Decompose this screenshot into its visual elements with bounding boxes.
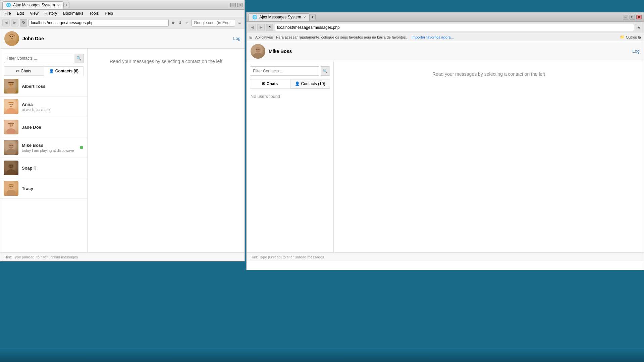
svg-point-26	[6, 169, 16, 175]
logout-link-left[interactable]: Log	[233, 36, 240, 41]
menu-bar-left: File Edit View History Bookmarks Tools H…	[0, 10, 245, 17]
svg-point-8	[10, 83, 11, 85]
tabs-right: ✉ Chats 👤 Contacts (10)	[250, 79, 330, 89]
message-prompt-left: Read your messages by selecting a contac…	[110, 59, 222, 64]
hint-text-left: Hint: Type [unread] to filter unread mes…	[4, 255, 78, 259]
menu-view[interactable]: View	[27, 10, 41, 16]
avatar-anna	[4, 99, 18, 114]
tab-label-left: Ajax Messages System	[13, 3, 55, 7]
tab-close-left[interactable]: ✕	[57, 3, 60, 7]
svg-point-34	[12, 186, 13, 187]
tab-contacts-right[interactable]: 👤 Contacts (10)	[290, 79, 330, 88]
menu-file[interactable]: File	[2, 10, 13, 16]
svg-point-23	[10, 145, 11, 146]
address-bar-left[interactable]	[29, 19, 169, 26]
avatar-albert	[4, 79, 18, 94]
filter-input-right[interactable]	[250, 66, 319, 76]
logout-link-right[interactable]: Log	[632, 49, 640, 54]
back-button-left[interactable]: ◀	[2, 19, 10, 26]
bookmarks-bar-right: ⊞ Aplicativos Para acessar rapidamente, …	[247, 33, 644, 41]
forward-button-left[interactable]: ▶	[11, 19, 18, 26]
svg-point-29	[12, 165, 13, 167]
svg-point-16	[6, 128, 16, 134]
svg-point-39	[259, 49, 260, 50]
user-header-right: Mike Boss Log	[247, 41, 644, 61]
filter-row-left: 🔍	[0, 54, 87, 63]
forward-button-right[interactable]: ▶	[257, 24, 265, 31]
no-users-text: No users found	[251, 94, 280, 99]
menu-tools[interactable]: Tools	[87, 10, 101, 16]
new-tab-button-left[interactable]: +	[63, 2, 69, 8]
svg-point-1	[7, 40, 16, 46]
minimize-button-right[interactable]: ─	[623, 15, 628, 19]
tab-favicon-right: 🌐	[252, 15, 257, 19]
browser-window-right: 🌐 Ajax Messages System ✕ + ─ ⊡ ✕ ◀ ▶ ↻ ★…	[246, 12, 644, 270]
browser-window-left: 🌐 Ajax Messages System ✕ + ─ □ File Edit…	[0, 0, 245, 261]
contact-item-soap[interactable]: Soap T	[0, 158, 87, 178]
tab-chats-left[interactable]: ✉ Chats	[4, 66, 44, 76]
svg-point-3	[10, 36, 11, 37]
window-controls-right: ─ ⊡ ✕	[623, 15, 642, 19]
username-john: John Doe	[22, 36, 44, 41]
menu-bookmarks[interactable]: Bookmarks	[60, 10, 86, 16]
titlebar-left: 🌐 Ajax Messages System ✕ + ─ □	[0, 0, 245, 10]
tab-contacts-left[interactable]: 👤 Contacts (6)	[44, 66, 84, 76]
menu-icon-left[interactable]: ≡	[236, 20, 243, 26]
filter-input-left[interactable]	[4, 54, 73, 63]
bookmarks-apps-icon: ⊞	[249, 35, 253, 40]
contact-item-mike[interactable]: Mike Boss today I am playing at discowav…	[0, 137, 87, 158]
svg-point-36	[253, 53, 263, 59]
app-content-right: Mike Boss Log 🔍 ✉ Chats 👤 Contacts (10)	[247, 41, 644, 261]
address-bar-right[interactable]	[275, 24, 634, 31]
svg-point-28	[10, 165, 11, 167]
contact-item-jane[interactable]: Jane Doe	[0, 117, 87, 137]
close-button-right[interactable]: ✕	[636, 15, 642, 19]
contact-item-anna[interactable]: Anna at work, can't talk	[0, 97, 87, 117]
window-controls-left: ─ □	[230, 3, 243, 7]
search-bar-left[interactable]	[192, 19, 235, 26]
tab-favicon-left: 🌐	[6, 3, 11, 7]
contact-status-mike: today I am playing at discowave	[22, 148, 84, 153]
app-content-left: John Doe Log 🔍 ✉ Chats 👤 Contacts (6)	[0, 28, 245, 261]
contact-item-tracy[interactable]: Tracy	[0, 178, 87, 199]
filter-search-button-right[interactable]: 🔍	[321, 66, 330, 76]
folder-icon: 📁	[620, 35, 625, 39]
bookmarks-text: Aplicativos Para acessar rapidamente, co…	[255, 35, 409, 39]
contact-status-anna: at work, can't talk	[22, 108, 84, 112]
contact-name-mike: Mike Boss	[22, 143, 84, 148]
menu-edit[interactable]: Edit	[14, 10, 26, 16]
filter-row-right: 🔍	[247, 66, 333, 76]
contact-item-albert[interactable]: Albert Toss	[0, 76, 87, 97]
home-icon[interactable]: ⌂	[184, 20, 190, 26]
star-icon-right[interactable]: ★	[636, 24, 642, 31]
download-icon[interactable]: ⬇	[177, 20, 183, 26]
svg-point-4	[12, 36, 13, 37]
svg-point-19	[12, 124, 13, 126]
nav-bar-right: ◀ ▶ ↻ ★	[247, 22, 644, 33]
extra-nav-icons-left: ≡	[236, 20, 243, 26]
contact-info-jane: Jane Doe	[22, 125, 84, 130]
filter-search-button-left[interactable]: 🔍	[74, 54, 84, 63]
menu-history[interactable]: History	[42, 10, 60, 16]
restore-button-right[interactable]: ⊡	[630, 15, 635, 19]
browser-tab-left[interactable]: 🌐 Ajax Messages System ✕	[2, 1, 63, 9]
minimize-button-left[interactable]: ─	[230, 3, 236, 7]
svg-point-9	[12, 83, 13, 85]
tab-close-right[interactable]: ✕	[303, 15, 306, 19]
new-tab-button-right[interactable]: +	[310, 14, 316, 20]
reload-button-right[interactable]: ↻	[266, 24, 273, 31]
menu-help[interactable]: Help	[102, 10, 116, 16]
maximize-button-left[interactable]: □	[237, 3, 243, 7]
svg-point-27	[8, 164, 14, 169]
svg-point-33	[10, 186, 11, 187]
browser-tab-right[interactable]: 🌐 Ajax Messages System ✕	[249, 13, 310, 21]
import-bookmarks-link[interactable]: Importar favoritos agora...	[412, 35, 454, 39]
avatar-john	[4, 31, 19, 46]
avatar-tracy	[4, 181, 18, 196]
outros-label: Outros fa	[626, 35, 641, 39]
svg-point-13	[10, 104, 11, 105]
bookmark-icon[interactable]: ★	[170, 20, 176, 26]
tab-chats-right[interactable]: ✉ Chats	[250, 79, 290, 88]
reload-button-left[interactable]: ↻	[20, 19, 27, 26]
back-button-right[interactable]: ◀	[249, 24, 256, 31]
